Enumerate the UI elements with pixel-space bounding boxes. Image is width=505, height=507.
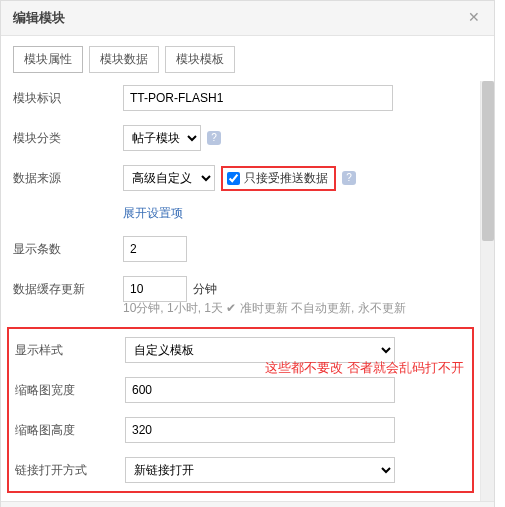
label-source: 数据来源 bbox=[13, 170, 123, 187]
source-select[interactable]: 高级自定义 bbox=[123, 165, 215, 191]
expand-settings-link[interactable]: 展开设置项 bbox=[123, 205, 183, 222]
thumb-width-input[interactable] bbox=[125, 377, 395, 403]
module-id-input[interactable] bbox=[123, 85, 393, 111]
minutes-label: 分钟 bbox=[193, 281, 217, 298]
category-select[interactable]: 帖子模块 bbox=[123, 125, 201, 151]
no-edit-highlight: 这些都不要改 否者就会乱码打不开 显示样式 自定义模板 缩略图宽度 bbox=[7, 327, 474, 493]
push-only-label: 只接受推送数据 bbox=[244, 170, 328, 187]
label-module-id: 模块标识 bbox=[13, 90, 123, 107]
tab-template[interactable]: 模块模板 bbox=[165, 46, 235, 73]
label-thumb-h: 缩略图高度 bbox=[15, 422, 125, 439]
tab-data[interactable]: 模块数据 bbox=[89, 46, 159, 73]
push-only-highlight: 只接受推送数据 bbox=[221, 166, 336, 191]
scroll-thumb[interactable] bbox=[482, 81, 494, 241]
annotation-text: 这些都不要改 否者就会乱码打不开 bbox=[265, 359, 464, 377]
label-cache: 数据缓存更新 bbox=[13, 281, 123, 298]
label-link-open: 链接打开方式 bbox=[15, 462, 125, 479]
count-input[interactable] bbox=[123, 236, 187, 262]
label-count: 显示条数 bbox=[13, 241, 123, 258]
help-icon[interactable]: ? bbox=[207, 131, 221, 145]
tab-bar: 模块属性 模块数据 模块模板 bbox=[1, 36, 494, 81]
dialog-title: 编辑模块 bbox=[13, 9, 65, 27]
label-category: 模块分类 bbox=[13, 130, 123, 147]
label-style: 显示样式 bbox=[15, 342, 125, 359]
thumb-height-input[interactable] bbox=[125, 417, 395, 443]
link-open-select[interactable]: 新链接打开 bbox=[125, 457, 395, 483]
label-thumb-w: 缩略图宽度 bbox=[15, 382, 125, 399]
help-icon[interactable]: ? bbox=[342, 171, 356, 185]
push-only-checkbox[interactable] bbox=[227, 172, 240, 185]
scrollbar[interactable] bbox=[480, 81, 494, 501]
close-icon[interactable]: ✕ bbox=[466, 10, 482, 26]
tab-attributes[interactable]: 模块属性 bbox=[13, 46, 83, 73]
cache-hint: 10分钟, 1小时, 1天 ✔ 准时更新 不自动更新, 永不更新 bbox=[123, 300, 468, 317]
cache-input[interactable] bbox=[123, 276, 187, 302]
